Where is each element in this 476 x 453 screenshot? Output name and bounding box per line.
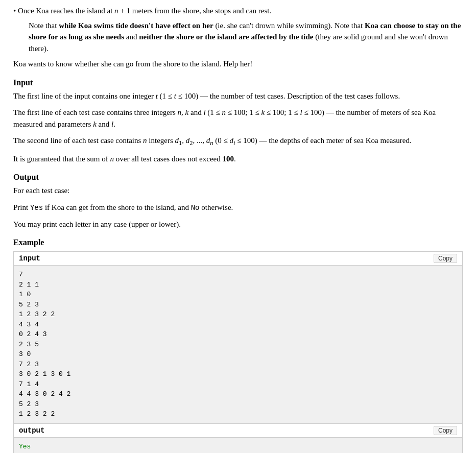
no-code: No: [191, 204, 200, 212]
input-code-header: input Copy: [14, 252, 462, 266]
input-line1: The first line of the input contains one…: [13, 90, 463, 102]
yes-code: Yes: [30, 204, 43, 212]
output-code-block: output Copy Yes No Yes Yes Yes No No: [13, 424, 463, 453]
output-line1: Print Yes if Koa can get from the shore …: [13, 202, 463, 213]
koa-question: Koa wants to know whether she can go fro…: [13, 58, 463, 70]
output-yes1: Yes: [19, 443, 31, 450]
input-line2: The first line of each test case contain…: [13, 107, 463, 130]
output-subtitle: For each test case:: [13, 185, 463, 197]
output-copy-button[interactable]: Copy: [434, 426, 457, 435]
bold-swim: while Koa swims tide doesn't have effect…: [59, 21, 213, 30]
output-line2: You may print each letter in any case (u…: [13, 219, 463, 230]
input-copy-button[interactable]: Copy: [434, 254, 457, 263]
input-line4: It is guaranteed that the sum of n over …: [13, 153, 463, 165]
intro-line1: • Once Koa reaches the island at n + 1 m…: [13, 5, 463, 17]
intro-once-text: Once Koa reaches the island at n + 1 met…: [18, 7, 271, 15]
output-code-content: Yes No Yes Yes Yes No No: [14, 438, 462, 453]
page-content: • Once Koa reaches the island at n + 1 m…: [3, 0, 473, 453]
output-title: Output: [13, 173, 463, 182]
output-label: output: [19, 426, 44, 435]
bold-neither: neither the shore or the island are affe…: [139, 33, 313, 41]
input-code-content: 7 2 1 1 1 0 5 2 3 1 2 3 2 2 4 3 4 0 2 4 …: [14, 266, 462, 423]
input-line3: The second line of each test case contai…: [13, 135, 463, 148]
example-title: Example: [13, 238, 463, 247]
input-label: input: [19, 254, 40, 263]
intro-note-para: Note that while Koa swims tide doesn't h…: [29, 20, 463, 55]
input-title: Input: [13, 78, 463, 87]
input-code-block: input Copy 7 2 1 1 1 0 5 2 3 1 2 3 2 2 4…: [13, 251, 463, 424]
output-code-header: output Copy: [14, 424, 462, 438]
